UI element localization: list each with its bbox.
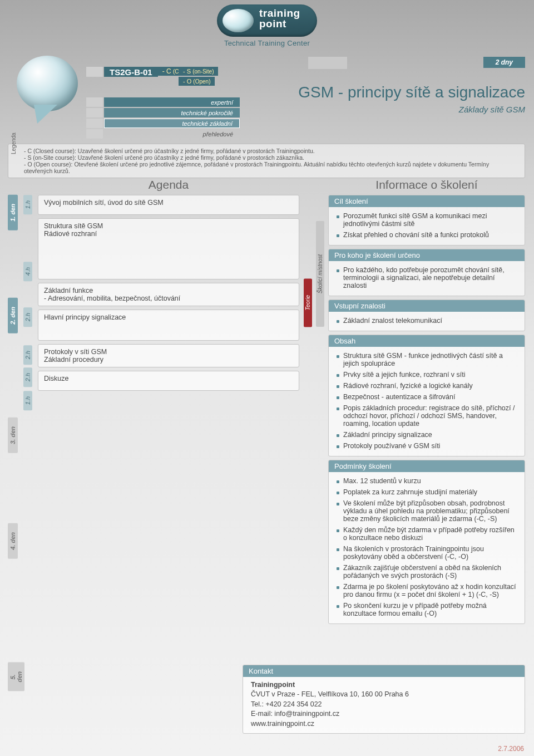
- agenda-block: Protokoly v síti GSM Základní procedury: [38, 344, 299, 367]
- duration-badge: 2 dny: [483, 57, 525, 68]
- hour-tag: 1.h: [23, 195, 32, 214]
- agenda-block: Vývoj mobilních sítí, úvod do sítě GSM: [38, 195, 299, 215]
- agenda-title: Agenda: [38, 178, 299, 192]
- section-komu: Pro koho je školení určeno Pro každého, …: [328, 249, 525, 296]
- list-item: Rádiové rozhraní, fyzické a logické kaná…: [337, 380, 519, 391]
- kontakt-tel: Tel.: +420 224 354 022: [251, 700, 519, 710]
- hour-tag: 2.h: [23, 307, 32, 327]
- list-item: Základní znalost telekomunikací: [337, 315, 519, 326]
- list-item: Poplatek za kurz zahrnuje studijní mater…: [337, 487, 519, 498]
- hour-tag: 1.h: [23, 391, 32, 410]
- list-item: Ve školení může být přizpůsoben obsah, p…: [337, 498, 519, 524]
- agenda-block: Základní funkce - Adresování, mobilita, …: [38, 283, 299, 306]
- list-item: Základní principy signalizace: [337, 429, 519, 440]
- main-content: 1. den 2. den 3. den 4. den 5. den 1.h 4…: [8, 178, 525, 627]
- day-tag-2: 2. den: [8, 298, 18, 333]
- list-item: Protokoly používané v GSM síti: [337, 440, 519, 451]
- list-item: Max. 12 studentů v kurzu: [337, 475, 519, 487]
- logo-subtitle: Technical Training Center: [195, 39, 339, 47]
- agenda-column: Agenda Vývoj mobilních sítí, úvod do sít…: [38, 178, 299, 627]
- section-heading: Vstupní znalosti: [329, 300, 525, 312]
- agenda-block: Hlavní principy signalizace: [38, 310, 299, 341]
- list-item: Struktura sítě GSM - funkce jednotlivých…: [337, 350, 519, 369]
- list-item: Po skončení kurzu je v případě potřeby m…: [337, 600, 519, 619]
- agenda-block: Struktura sítě GSM Rádiové rozhraní: [38, 218, 299, 279]
- section-heading: Kontakt: [243, 665, 525, 677]
- kontakt-name: Trainingpoint: [251, 680, 519, 690]
- list-item: Porozumět funkci sítě GSM a komunikaci m…: [337, 210, 519, 229]
- day-tag-1: 1. den: [8, 195, 18, 230]
- list-item: Každý den může být zdarma v případě potř…: [337, 524, 519, 543]
- hour-rail: 1.h 4.h 2.h 2.h 2.h 1.h: [23, 178, 33, 627]
- section-heading: Obsah: [329, 335, 525, 347]
- list-item: Získat přehled o chování sítě a funkci p…: [337, 229, 519, 240]
- section-heading: Pro koho je školení určeno: [329, 249, 525, 261]
- info-title: Informace o školení: [328, 178, 525, 192]
- level-bars: expertní technické pokročilé technické z…: [86, 97, 240, 140]
- course-title: GSM - principy sítě a signalizace: [264, 84, 525, 101]
- legenda-label: Legenda: [11, 132, 17, 154]
- list-item: Popis základních procedur: registrace do…: [337, 402, 519, 429]
- footer-date: 2.7.2006: [498, 745, 524, 753]
- header-right: 2 dny GSM - principy sítě a signalizace …: [264, 57, 525, 114]
- hour-tag: 4.h: [23, 262, 32, 281]
- list-item: Prvky sítě a jejich funkce, rozhraní v s…: [337, 369, 519, 380]
- hour-tag: 2.h: [23, 367, 32, 387]
- section-kontakt: Kontakt Trainingpoint ČVUT v Praze - FEL…: [243, 665, 525, 738]
- section-heading: Cíl školení: [329, 195, 525, 207]
- legenda-line: - O (Open course): Otevřené školení urče…: [24, 161, 519, 174]
- list-item: Bezpečnost - autentizace a šifrování: [337, 391, 519, 402]
- info-column: Informace o školení Cíl školení Porozumě…: [328, 178, 525, 627]
- list-item: Na školeních v prostorách Trainingpointu…: [337, 543, 519, 562]
- agenda-block: Diskuze: [38, 371, 299, 391]
- kontakt-email: E-mail: info@trainingpoint.cz: [251, 709, 519, 719]
- list-item: Zákazník zajišťuje občerstvení a oběd na…: [337, 562, 519, 581]
- kontakt-web: www.trainingpoint.cz: [251, 719, 519, 729]
- day-tag-5: 5. den: [8, 662, 24, 691]
- logo-line2: point: [259, 18, 300, 29]
- legenda-line: - S (on-Site course): Uzavřené školení u…: [24, 154, 519, 161]
- section-cil: Cíl školení Porozumět funkci sítě GSM a …: [328, 195, 525, 246]
- course-code-block: TS2G-B-01 - C (Closed) - S (on-Site) - O…: [86, 67, 218, 87]
- section-obsah: Obsah Struktura sítě GSM - funkce jednot…: [328, 335, 525, 456]
- day-tag-3: 3. den: [8, 418, 18, 453]
- course-subtitle: Základy sítě GSM: [264, 105, 525, 114]
- course-code: TS2G-B-01: [110, 67, 152, 77]
- kontakt-addr: ČVUT v Praze - FEL, Velflíkova 10, 160 0…: [251, 690, 519, 700]
- label-mistnost: Školicí místnost: [316, 221, 324, 327]
- day-rail: 1. den 2. den 3. den 4. den 5. den: [8, 178, 19, 627]
- day-tag-4: 4. den: [8, 523, 18, 559]
- list-item: Pro každého, kdo potřebuje porozumět cho…: [337, 264, 519, 291]
- section-heading: Podmínky školení: [329, 460, 525, 472]
- speech-bubble-icon: [17, 56, 78, 117]
- legenda-box: Legenda - C (Closed course): Uzavřené šk…: [8, 144, 525, 178]
- legenda-line: - C (Closed course): Uzavřené školení ur…: [24, 148, 519, 154]
- list-item: Zdarma je po školení poskytováno až x ho…: [337, 581, 519, 600]
- section-podminky: Podmínky školení Max. 12 studentů v kurz…: [328, 460, 525, 624]
- section-vstup: Vstupní znalosti Základní znalost teleko…: [328, 300, 525, 331]
- logo-line1: training: [259, 8, 300, 18]
- label-teorie: Teorie: [304, 278, 312, 327]
- logo-pill: training point: [217, 4, 317, 37]
- hour-tag: 2.h: [23, 345, 32, 365]
